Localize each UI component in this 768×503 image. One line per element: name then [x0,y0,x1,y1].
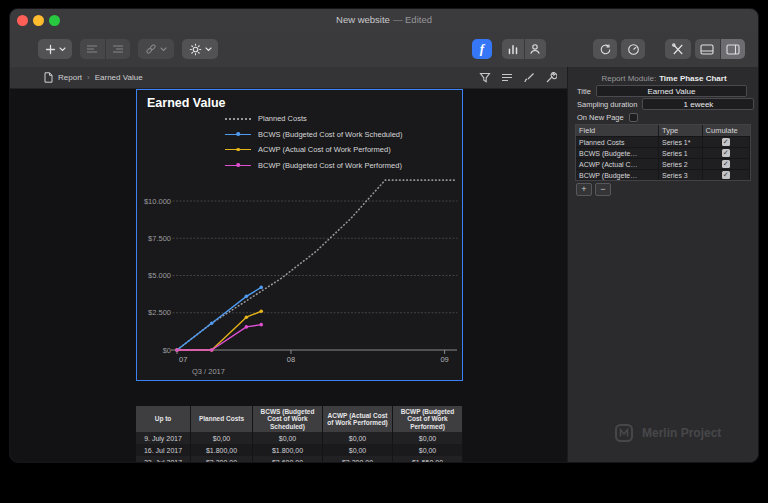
person-icon [529,43,541,55]
value-cell: $1.550,00 [393,456,463,463]
sampling-duration-input[interactable] [642,98,754,110]
on-new-page-checkbox[interactable] [629,113,638,122]
value-cell: $0,00 [253,432,323,444]
toggle-right-inspector-button[interactable] [720,39,746,59]
series-field-cell: Planned Costs [576,137,659,147]
value-cell: $3.300,00 [191,456,253,463]
inspector-toggle-segmented-control [695,39,745,59]
utilities-button[interactable] [665,39,691,59]
chart-columns-icon [507,43,519,55]
title-input[interactable] [596,85,747,97]
cumulate-checkbox[interactable]: ✓ [722,160,730,168]
f-badge-button[interactable]: f [472,39,492,59]
value-cell: $1.800,00 [191,444,253,456]
title-row: Title [577,85,747,97]
series-cumulate-cell: ✓ [703,137,750,147]
value-cell: $0,00 [393,432,463,444]
remove-series-button[interactable]: − [595,183,611,196]
earned-value-chart-frame[interactable]: $0$2.500$5.000$7.500$10.000070809Q3 / 20… [136,89,463,381]
on-new-page-label: On New Page [577,113,624,122]
cost-table-row: 23. Jul 2017$3.300,00$3.600,00$2.200,00$… [136,456,463,463]
toolbar: f [10,31,758,68]
plus-icon [45,44,56,55]
gauge-icon [627,43,640,56]
legend-item: BCWS (Budgeted Cost of Work Scheduled) [225,127,403,143]
series-table-row[interactable]: Planned CostsSeries 1*✓ [576,136,750,147]
date-cell: 23. Jul 2017 [136,456,191,463]
toggle-bottom-panel-button[interactable] [695,39,720,59]
type-column-header[interactable]: Type [659,125,703,136]
sampling-row: Sampling duration [577,98,747,110]
cost-table-header-cell: ACWP (Actual Cost of Work Performed) [323,406,393,432]
breadcrumb-separator: › [87,73,90,82]
series-type-cell: Series 3 [659,170,703,180]
cost-table-header-cell: Planned Costs [191,406,253,432]
value-cell: $0,00 [323,444,393,456]
legend-item: BCWP (Budgeted Cost of Work Performed) [225,158,403,174]
outdent-button[interactable] [80,39,105,59]
series-field-cell: ACWP (Actual C… [576,159,659,169]
format-list-button[interactable] [501,73,513,83]
resources-view-button[interactable] [524,39,547,59]
date-cell: 16. Jul 2017 [136,444,191,456]
series-table-row[interactable]: BCWP (Budgete…Series 3✓ [576,169,750,180]
chart-view-button[interactable] [502,39,524,59]
report-doc-icon [44,72,53,83]
legend-item: Planned Costs [225,111,403,127]
link-icon [145,43,157,55]
add-button[interactable] [38,39,72,59]
series-field-cell: BCWP (Budgete… [576,170,659,180]
indent-button[interactable] [105,39,131,59]
svg-text:$2.500: $2.500 [148,308,171,317]
cumulate-checkbox[interactable]: ✓ [722,149,730,157]
chart-legend: Planned CostsBCWS (Budgeted Cost of Work… [225,111,403,173]
cost-table-header-cell: BCWS (Budgeted Cost of Work Scheduled) [253,406,323,432]
report-toolbar [479,67,557,89]
activity-gauge-button[interactable] [621,39,645,59]
f-badge-label: f [480,41,484,57]
legend-line-sample [225,134,251,135]
series-table-row[interactable]: ACWP (Actual C…Series 2✓ [576,158,750,169]
series-type-cell: Series 2 [659,159,703,169]
add-series-button[interactable]: + [576,183,592,196]
window-title: New website— Edited [10,9,758,31]
wrench-button[interactable] [545,72,557,84]
statistics-segmented-control [502,39,546,59]
legend-label: ACWP (Actual Cost of Work Performed) [258,145,391,154]
sync-icon [599,43,612,56]
legend-line-sample [225,165,251,166]
crossed-tools-icon [671,43,685,56]
title-label: Title [577,87,591,96]
on-new-page-row: On New Page [577,111,747,123]
style-brush-button[interactable] [523,72,535,84]
link-button[interactable] [138,39,174,59]
field-column-header[interactable]: Field [576,125,659,136]
series-table-body: Planned CostsSeries 1*✓BCWS (Budgete…Ser… [576,136,750,180]
legend-label: Planned Costs [258,114,307,123]
app-window: New website— Edited f [9,8,759,463]
series-type-cell: Series 1 [659,148,703,158]
legend-item: ACWP (Actual Cost of Work Performed) [225,142,403,158]
chart-title: Earned Value [147,96,226,110]
cost-table-row: 16. Jul 2017$1.800,00$1.800,00$0,00$0,00 [136,444,463,456]
cost-table-row: 9. July 2017$0,00$0,00$0,00$0,00 [136,432,463,444]
report-module-value: Time Phase Chart [659,74,726,83]
filter-button[interactable] [479,72,491,84]
chevron-down-icon [59,47,66,52]
cost-table-header-cell: BCWP (Budgeted Cost of Work Performed) [393,406,463,432]
series-type-cell: Series 1* [659,137,703,147]
edited-badge: — Edited [393,14,432,25]
cumulate-column-header[interactable]: Cumulate [703,125,750,136]
breadcrumb-root[interactable]: Report [58,73,82,82]
cumulate-checkbox[interactable]: ✓ [722,171,730,179]
value-cell: $3.600,00 [253,456,323,463]
settings-button[interactable] [182,39,218,59]
breadcrumb-current[interactable]: Earned Value [95,73,143,82]
svg-text:07: 07 [179,355,187,364]
report-module-label: Report Module: [601,74,656,83]
cumulate-checkbox[interactable]: ✓ [722,138,730,146]
cost-table-header-cell: Up to [136,406,191,432]
sync-button[interactable] [593,39,617,59]
series-table-row[interactable]: BCWS (Budgete…Series 1✓ [576,147,750,158]
right-panel-icon [726,44,740,55]
